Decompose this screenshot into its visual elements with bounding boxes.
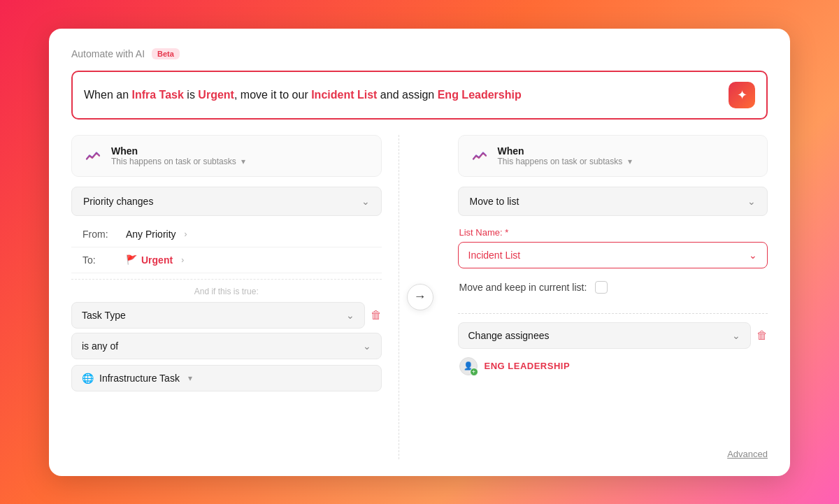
priority-changes-dropdown[interactable]: Priority changes ⌄ (71, 187, 382, 216)
globe-icon: 🌐 (82, 373, 94, 384)
right-when-title: When (498, 145, 632, 157)
arrow-circle: → (407, 284, 433, 310)
incident-list-label: Incident List (468, 250, 521, 261)
from-chevron: › (185, 229, 187, 239)
task-type-chevron: ⌄ (346, 310, 354, 321)
arrow-column: → (399, 135, 441, 459)
is-any-of-chevron: ⌄ (363, 340, 371, 352)
clickup-logo-right (470, 146, 489, 166)
eng-leadership-label: ENG LEADERSHIP (485, 361, 571, 371)
move-to-list-label: Move to list (470, 196, 519, 207)
change-assignees-dropdown[interactable]: Change assignees ⌄ (458, 322, 752, 349)
incident-list-chevron: ⌄ (749, 250, 757, 261)
right-when-sub: This happens on task or subtasks ▾ (498, 157, 632, 166)
left-when-title: When (111, 145, 245, 157)
divider (458, 313, 768, 314)
from-label: From: (83, 229, 117, 240)
ai-prefix: When an (84, 89, 131, 101)
sparkle-icon: ✦ (737, 87, 747, 103)
change-assignees-chevron: ⌄ (732, 330, 740, 341)
eng-avatar-plus: + (470, 368, 478, 376)
keep-list-text: Move and keep in current list: (459, 282, 587, 293)
is-any-of-row[interactable]: is any of ⌄ (71, 333, 382, 359)
ai-incident-list: Incident List (311, 89, 377, 101)
change-assignees-label: Change assignees (468, 330, 550, 341)
top-bar: Automate with AI Beta (71, 48, 768, 59)
ai-eng-leadership: Eng Leadership (438, 89, 522, 101)
priority-changes-label: Priority changes (83, 196, 153, 207)
main-card: Automate with AI Beta When an Infra Task… (49, 29, 790, 476)
task-type-dropdown[interactable]: Task Type ⌄ (71, 302, 365, 329)
clickup-logo-left (83, 146, 103, 166)
to-chevron: › (181, 255, 184, 265)
to-value: 🚩 Urgent (126, 254, 173, 266)
ai-input-text: When an Infra Task is Urgent, move it to… (84, 89, 729, 101)
keep-list-row: Move and keep in current list: (458, 275, 768, 299)
ai-urgent: Urgent (198, 89, 234, 101)
left-when-sub: This happens on task or subtasks ▾ (111, 157, 245, 166)
left-when-block[interactable]: When This happens on task or subtasks ▾ (71, 135, 382, 177)
ai-sparkle-button[interactable]: ✦ (729, 82, 755, 108)
columns-row: When This happens on task or subtasks ▾ … (71, 135, 768, 459)
left-column: When This happens on task or subtasks ▾ … (71, 135, 399, 459)
is-any-of-label: is any of (82, 340, 118, 352)
advanced-link[interactable]: Advanced (458, 443, 768, 459)
keep-list-checkbox[interactable] (595, 281, 608, 294)
ai-task-name: Infra Task (131, 89, 183, 101)
left-when-text: When This happens on task or subtasks ▾ (111, 145, 245, 166)
change-assignees-row: Change assignees ⌄ 🗑 (458, 322, 768, 349)
move-to-list-chevron: ⌄ (747, 196, 756, 207)
eng-avatar: 👤 + (459, 357, 478, 375)
right-when-block[interactable]: When This happens on task or subtasks ▾ (458, 135, 768, 177)
task-type-label: Task Type (82, 310, 126, 321)
infra-task-row[interactable]: 🌐 Infrastructure Task ▾ (71, 365, 382, 391)
from-row[interactable]: From: Any Priority › (71, 222, 382, 247)
right-when-chevron: ▾ (628, 157, 632, 166)
left-when-chevron: ▾ (241, 157, 245, 166)
priority-changes-chevron: ⌄ (361, 196, 370, 207)
flag-icon: 🚩 (126, 254, 137, 265)
ai-middle2: , move it to our (234, 89, 311, 101)
change-assignees-delete-icon[interactable]: 🗑 (756, 329, 768, 342)
ai-middle3: and assign (377, 89, 437, 101)
eng-leadership-row: 👤 + ENG LEADERSHIP (458, 354, 768, 378)
beta-badge: Beta (152, 48, 180, 59)
condition-label: And if this is true: (71, 279, 382, 296)
arrow-icon: → (414, 289, 426, 304)
right-when-text: When This happens on task or subtasks ▾ (498, 145, 632, 166)
to-label: To: (83, 254, 117, 266)
infra-task-chevron: ▾ (188, 373, 192, 383)
from-value: Any Priority (126, 229, 176, 240)
task-type-row: Task Type ⌄ 🗑 (71, 302, 382, 329)
automate-label: Automate with AI (71, 48, 145, 59)
infra-task-label: Infrastructure Task (99, 373, 180, 384)
move-to-list-dropdown[interactable]: Move to list ⌄ (458, 187, 768, 216)
right-column: When This happens on task or subtasks ▾ … (441, 135, 768, 459)
ai-input-row[interactable]: When an Infra Task is Urgent, move it to… (71, 71, 768, 120)
task-type-delete-icon[interactable]: 🗑 (371, 309, 382, 322)
to-row[interactable]: To: 🚩 Urgent › (71, 247, 382, 273)
ai-middle1: is (184, 89, 198, 101)
required-asterisk: * (505, 227, 508, 238)
incident-list-dropdown[interactable]: Incident List ⌄ (458, 242, 768, 268)
list-name-label: List Name: * (459, 227, 768, 238)
